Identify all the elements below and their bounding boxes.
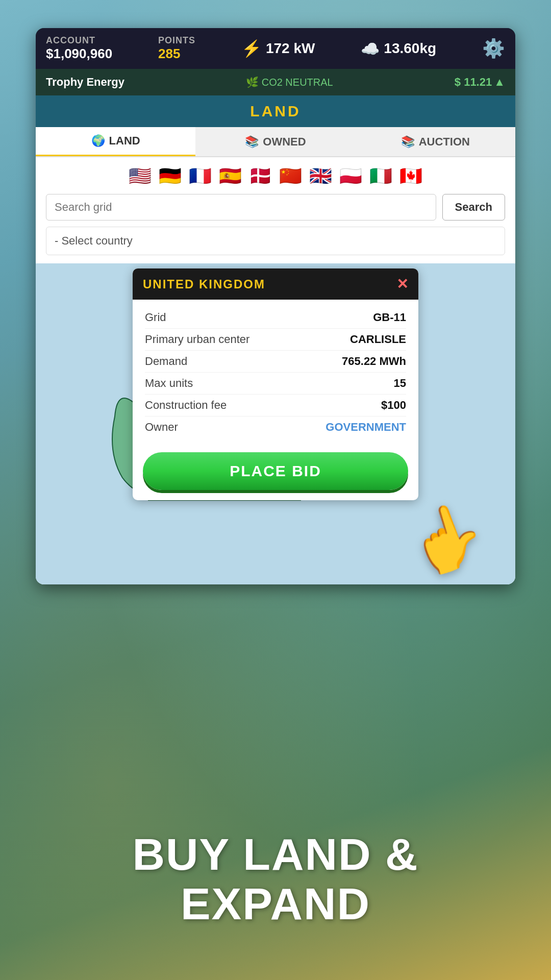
place-bid-button[interactable]: PLACE BID: [143, 452, 408, 490]
popup-label-owner: Owner: [145, 421, 178, 434]
tab-auction[interactable]: 📚 AUCTION: [356, 127, 515, 156]
popup-close-button[interactable]: ✕: [396, 276, 408, 292]
account-label: ACCOUNT: [46, 35, 95, 46]
tab-land-label: LAND: [109, 134, 140, 148]
co2-badge: 🌿 CO2 NEUTRAL: [246, 76, 333, 88]
tab-land-icon: 🌍: [91, 134, 105, 148]
points-section: POINTS 285: [158, 35, 195, 62]
info-popup: UNITED KINGDOM ✕ Grid GB-11 Primary urba…: [133, 268, 418, 500]
tab-auction-icon: 📚: [401, 135, 415, 149]
popup-label-demand: Demand: [145, 355, 187, 368]
top-bar: ACCOUNT $1,090,960 POINTS 285 ⚡ 172 kW ☁…: [36, 28, 515, 69]
tab-owned-label: OWNED: [263, 135, 306, 149]
points-label: POINTS: [158, 35, 195, 46]
flag-de[interactable]: 🇩🇪: [159, 165, 182, 187]
flag-pl[interactable]: 🇵🇱: [339, 165, 362, 187]
co2-value: 13.60kg: [384, 40, 436, 57]
popup-value-fee: $100: [381, 399, 406, 412]
flag-fr[interactable]: 🇫🇷: [189, 165, 212, 187]
flag-dk[interactable]: 🇩🇰: [249, 165, 272, 187]
tab-auction-label: AUCTION: [419, 135, 470, 149]
tab-bar: 🌍 LAND 📚 OWNED 📚 AUCTION: [36, 127, 515, 157]
bottom-tagline: BUY LAND & EXPAND: [0, 830, 551, 929]
points-value: 285: [158, 46, 180, 62]
popup-value-maxunits: 15: [394, 377, 406, 390]
tagline-line2: EXPAND: [0, 879, 551, 929]
popup-row-owner: Owner GOVERNMENT: [145, 416, 406, 438]
price-value: $ 11.21: [455, 76, 492, 89]
popup-value-center: CARLISLE: [350, 333, 406, 346]
tab-owned-icon: 📚: [245, 135, 259, 149]
app-container: ACCOUNT $1,090,960 POINTS 285 ⚡ 172 kW ☁…: [36, 28, 515, 584]
search-row: Search: [46, 194, 505, 220]
popup-label-fee: Construction fee: [145, 399, 227, 412]
popup-row-fee: Construction fee $100: [145, 395, 406, 416]
account-section: ACCOUNT $1,090,960: [46, 35, 112, 62]
map-area: UNITED KINGDOM ✕ Grid GB-11 Primary urba…: [36, 263, 515, 584]
land-panel: LAND 🌍 LAND 📚 OWNED 📚 AUCTION 🇺🇸 🇩🇪 🇫🇷: [36, 95, 515, 584]
popup-header: UNITED KINGDOM ✕: [133, 268, 418, 300]
energy-value: 172 kW: [266, 40, 315, 57]
popup-row-maxunits: Max units 15: [145, 373, 406, 395]
search-input[interactable]: [46, 194, 436, 220]
popup-row-center: Primary urban center CARLISLE: [145, 329, 406, 351]
company-name: Trophy Energy: [46, 76, 124, 89]
stock-price: $ 11.21 ▲: [455, 76, 505, 89]
tab-owned[interactable]: 📚 OWNED: [195, 127, 355, 156]
popup-label-center: Primary urban center: [145, 333, 249, 346]
popup-value-demand: 765.22 MWh: [342, 355, 406, 368]
cloud-icon: ☁️: [361, 40, 380, 58]
popup-value-grid: GB-11: [373, 311, 406, 324]
flag-es[interactable]: 🇪🇸: [219, 165, 242, 187]
country-select-dropdown[interactable]: - Select country: [46, 227, 505, 255]
flags-row: 🇺🇸 🇩🇪 🇫🇷 🇪🇸 🇩🇰 🇨🇳 🇬🇧 🇵🇱 🇮🇹 🇨🇦: [46, 165, 505, 187]
flag-gb[interactable]: 🇬🇧: [309, 165, 332, 187]
price-arrow: ▲: [494, 76, 505, 89]
popup-row-demand: Demand 765.22 MWh: [145, 351, 406, 373]
panel-title-bar: LAND: [36, 95, 515, 127]
account-value: $1,090,960: [46, 46, 112, 62]
lightning-icon: ⚡: [241, 39, 262, 58]
popup-label-grid: Grid: [145, 311, 166, 324]
flag-ca[interactable]: 🇨🇦: [399, 165, 422, 187]
tagline-line1: BUY LAND &: [0, 830, 551, 879]
panel-title: LAND: [250, 103, 300, 119]
search-button[interactable]: Search: [442, 194, 505, 220]
popup-row-grid: Grid GB-11: [145, 307, 406, 329]
popup-value-owner: GOVERNMENT: [325, 421, 406, 434]
energy-section: ⚡ 172 kW: [241, 39, 315, 58]
sub-bar: Trophy Energy 🌿 CO2 NEUTRAL $ 11.21 ▲: [36, 69, 515, 95]
flag-cn[interactable]: 🇨🇳: [279, 165, 302, 187]
cloud-section: ☁️ 13.60kg: [361, 40, 436, 58]
popup-title: UNITED KINGDOM: [143, 277, 265, 291]
search-area: 🇺🇸 🇩🇪 🇫🇷 🇪🇸 🇩🇰 🇨🇳 🇬🇧 🇵🇱 🇮🇹 🇨🇦 Search - S…: [36, 157, 515, 263]
settings-icon[interactable]: ⚙️: [482, 38, 505, 59]
popup-body: Grid GB-11 Primary urban center CARLISLE…: [133, 300, 418, 445]
flag-it[interactable]: 🇮🇹: [369, 165, 392, 187]
tab-land[interactable]: 🌍 LAND: [36, 127, 195, 156]
popup-label-maxunits: Max units: [145, 377, 193, 390]
flag-us[interactable]: 🇺🇸: [129, 165, 152, 187]
